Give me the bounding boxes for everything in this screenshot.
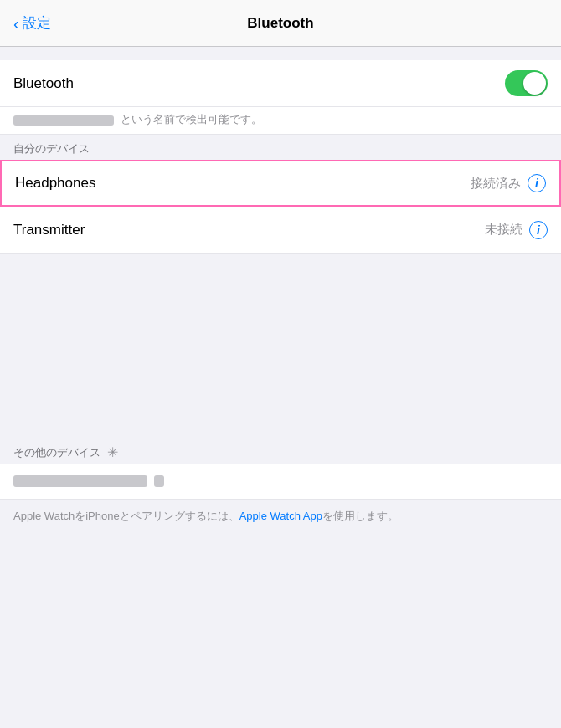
device-status-headphones: 接続済み (471, 176, 521, 192)
search-bar-area (0, 47, 561, 60)
nav-bar: ‹ 設定 Bluetooth (0, 0, 561, 47)
toggle-knob (523, 72, 546, 95)
apple-watch-app-link[interactable]: Apple Watch App (239, 510, 322, 522)
device-name-headphones: Headphones (15, 175, 95, 192)
device-row-transmitter[interactable]: Transmitter 未接続 i (0, 207, 561, 254)
back-label: 設定 (23, 13, 51, 33)
back-chevron-icon: ‹ (13, 15, 19, 32)
info-icon-headphones[interactable]: i (528, 174, 546, 192)
device-status-transmitter: 未接続 (485, 222, 522, 238)
bluetooth-label: Bluetooth (13, 75, 74, 92)
footer-text-after: を使用します。 (322, 510, 399, 522)
other-devices-header: その他のデバイス ✳︎ (0, 438, 561, 464)
device-status-area-transmitter: 未接続 i (485, 221, 548, 239)
nav-title: Bluetooth (247, 15, 313, 32)
info-icon-transmitter[interactable]: i (529, 221, 548, 239)
device-name-blur-1 (13, 475, 147, 487)
device-name-transmitter: Transmitter (13, 222, 85, 238)
device-hint: という名前で検出可能です。 (0, 107, 561, 135)
empty-area (0, 254, 561, 438)
my-devices-section: Headphones 接続済み i Transmitter 未接続 i (0, 160, 561, 254)
blurred-device-row[interactable] (0, 464, 561, 500)
device-status-area-headphones: 接続済み i (471, 174, 546, 192)
device-name-blur (13, 115, 114, 126)
nav-back-button[interactable]: ‹ 設定 (13, 13, 51, 33)
spinner-icon: ✳︎ (107, 444, 118, 460)
bluetooth-section: Bluetooth という名前で検出可能です。 (0, 60, 561, 135)
screen: ‹ 設定 Bluetooth Bluetooth という名前で検出可能です。 自… (0, 0, 561, 728)
device-name-blur-2 (154, 475, 164, 487)
my-devices-header: 自分のデバイス (0, 135, 561, 160)
device-hint-suffix: という名前で検出可能です。 (121, 113, 262, 126)
bluetooth-toggle[interactable] (505, 70, 548, 96)
info-icon-label-transmitter: i (537, 223, 540, 237)
bluetooth-row: Bluetooth (0, 60, 561, 107)
info-icon-label-headphones: i (535, 177, 538, 190)
footer-text-before: Apple WatchをiPhoneとペアリングするには、 (13, 510, 239, 522)
other-devices-label: その他のデバイス (13, 445, 100, 460)
footer-text: Apple WatchをiPhoneとペアリングするには、Apple Watch… (0, 500, 561, 533)
device-row-headphones[interactable]: Headphones 接続済み i (0, 160, 561, 207)
